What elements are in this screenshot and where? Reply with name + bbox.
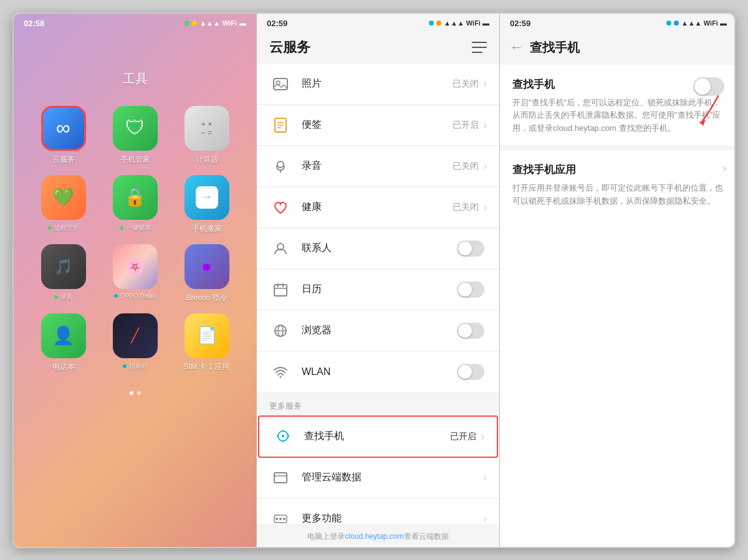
phone2-status-dot-teal (429, 21, 434, 26)
clouddata-label: 管理云端数据 (302, 471, 484, 484)
app-guanjia[interactable]: 🛡 手机管家 (104, 106, 166, 165)
photos-icon (269, 73, 292, 95)
app-yunfuwu[interactable]: ∞ 云服务 (32, 106, 94, 165)
guanjia-icon: 🛡 (113, 106, 158, 151)
phone2-time: 02:59 (267, 19, 287, 28)
list-item-calendar[interactable]: 日历 (257, 270, 499, 310)
photos-arrow: › (484, 78, 487, 90)
health-label: 健康 (302, 201, 453, 214)
more-label: 更多功能 (302, 512, 484, 524)
phone2-header: 云服务 (257, 33, 499, 64)
phone3-header: ← 查找手机 (500, 33, 736, 65)
list-item-browser[interactable]: 浏览器 (257, 311, 499, 351)
list-item-health[interactable]: 健康 已关闭 › (257, 187, 499, 228)
yunfuwu-label: 云服务 (52, 154, 75, 165)
photos-label: 照片 (302, 77, 453, 90)
phone3-signal: ▲▲▲ WiFi ▬ (681, 19, 727, 27)
browser-label: 浏览器 (302, 324, 457, 337)
page-dot-2 (137, 391, 141, 395)
svg-point-27 (283, 518, 285, 520)
list-item-photos[interactable]: 照片 已关闭 › (257, 64, 499, 105)
svg-rect-23 (274, 473, 287, 483)
app-jia[interactable]: → 手机搬家 (176, 175, 237, 234)
menu-icon[interactable] (472, 42, 487, 53)
phone1-status-dot-yellow (192, 21, 197, 26)
sim-icon: 📄 (185, 313, 229, 358)
menu-line-3 (472, 52, 482, 53)
app-grid: ∞ 云服务 🛡 手机管家 + × (14, 100, 256, 379)
phone3-status-icons: ▲▲▲ WiFi ▬ (666, 19, 727, 27)
calendar-icon (269, 278, 292, 301)
sim-label: SIM 卡 1 应用 (183, 362, 229, 373)
browser-icon (269, 320, 292, 342)
recording-icon (269, 155, 292, 178)
calendar-label: 日历 (302, 283, 457, 296)
phone1-status-bar: 02:58 ▲▲▲ WiFi ▬ (14, 14, 256, 33)
wlan-toggle[interactable] (457, 364, 484, 380)
list-item-recording[interactable]: 录音 已关闭 › (257, 146, 499, 187)
health-status: 已关闭 (453, 202, 479, 213)
suoping-label: 一键锁屏 (126, 224, 151, 232)
find-app-arrow[interactable]: › (722, 160, 727, 174)
app-jisuan[interactable]: + × − = 计算器 (176, 106, 237, 165)
wlan-icon (269, 361, 292, 383)
list-item-wlan[interactable]: WLAN (257, 352, 499, 392)
list-item-contacts[interactable]: 联系人 (257, 229, 499, 269)
notes-arrow: › (484, 120, 487, 131)
folder-title: 工具 (14, 70, 256, 87)
menu-line-1 (472, 42, 487, 43)
phone2-signal: ▲▲▲ WiFi ▬ (444, 19, 489, 27)
svg-point-16 (280, 376, 282, 377)
breeno-icon: ● (185, 244, 229, 289)
svg-rect-9 (274, 285, 287, 296)
app-zhinan[interactable]: ╱ 指南针 (104, 313, 166, 373)
find-phone-title: 查找手机 (512, 77, 724, 92)
app-yuancheng[interactable]: 💚 远程守护 (32, 175, 94, 234)
browser-toggle[interactable] (457, 323, 484, 339)
dianhua-label: 电话本 (52, 362, 75, 373)
more-icon (269, 508, 292, 524)
find-phone-toggle[interactable] (693, 77, 724, 96)
footer-link[interactable]: cloud.heytap.com (345, 532, 403, 541)
yuancheng-icon: 💚 (41, 175, 86, 220)
app-luyin[interactable]: 🎵 录音 (32, 244, 94, 303)
phone2-status-dot-orange (436, 21, 441, 26)
app-suoping[interactable]: 🔒 一键锁屏 (104, 175, 166, 234)
app-relax[interactable]: 🌸 OPPO Relax (104, 244, 166, 303)
phone1-status-icons: ▲▲▲ WiFi ▬ (185, 19, 246, 27)
more-services-label: 更多服务 (257, 393, 499, 415)
suoping-icon: 🔒 (113, 175, 158, 220)
findphone-icon (272, 425, 294, 448)
photos-status: 已关闭 (453, 78, 479, 90)
find-app-desc: 打开应用并登录账号后，即可定位此账号下手机的位置，也可以锁死手机或抹除手机数据，… (512, 182, 724, 208)
zhinan-label: 指南针 (129, 362, 148, 371)
jisuan-icon: + × − = (185, 106, 229, 151)
list-item-clouddata[interactable]: 管理云端数据 › (257, 458, 499, 498)
contacts-toggle[interactable] (457, 240, 484, 257)
more-arrow: › (484, 513, 487, 524)
health-arrow: › (484, 202, 487, 213)
luyin-label: 录音 (60, 293, 73, 301)
notes-status: 已开启 (453, 120, 479, 131)
back-button[interactable]: ← (510, 39, 524, 55)
contacts-icon (269, 237, 292, 260)
page-indicator (14, 391, 256, 395)
zhinan-icon: ╱ (113, 313, 158, 358)
app-dianhua[interactable]: 👤 电话本 (32, 313, 94, 373)
recording-arrow: › (484, 161, 487, 172)
phone1-time: 02:58 (24, 19, 44, 28)
list-item-findphone[interactable]: 查找手机 已开启 › (258, 415, 498, 458)
app-breeno[interactable]: ● Breeno 指令 (176, 244, 237, 303)
svg-point-26 (279, 518, 282, 520)
footer-text-pre: 电脑上登录 (307, 532, 345, 541)
wlan-label: WLAN (302, 366, 457, 377)
svg-rect-0 (274, 78, 287, 90)
calendar-toggle[interactable] (457, 282, 484, 298)
phone1-status-dot-green (185, 21, 189, 26)
phone2-status-bar: 02:59 ▲▲▲ WiFi ▬ (257, 14, 499, 33)
app-sim[interactable]: 📄 SIM 卡 1 应用 (176, 313, 237, 373)
list-item-more[interactable]: 更多功能 › (257, 499, 499, 524)
relax-label: OPPO Relax (120, 293, 156, 300)
list-item-notes[interactable]: 便签 已开启 › (257, 105, 499, 146)
phone3-status-bar: 02:59 ▲▲▲ WiFi ▬ (500, 14, 736, 33)
